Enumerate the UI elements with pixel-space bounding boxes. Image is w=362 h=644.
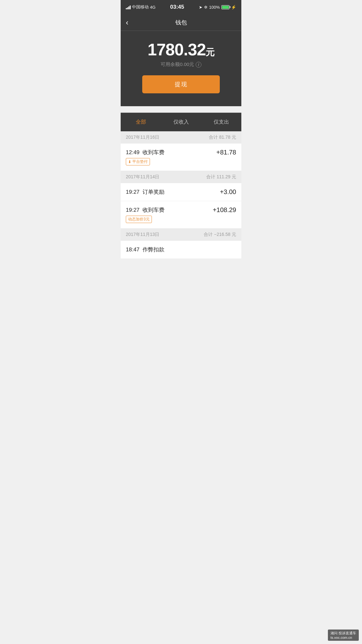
- date-total-1: 合计 81.78 元: [209, 135, 236, 140]
- transaction-title: 18:47 作弊扣款: [126, 246, 236, 253]
- transaction-list: 2017年11月16日 合计 81.78 元 12:49 收到车费 ⬇ 平台垫付…: [121, 131, 241, 259]
- balance-value: 1780.32: [148, 40, 206, 59]
- transaction-row: 12:49 收到车费 ⬇ 平台垫付 +81.78: [126, 149, 236, 165]
- battery-icon: [221, 5, 229, 9]
- transaction-row: 19:27 收到车费 动态加价3元 +108.29: [126, 206, 236, 223]
- transaction-left: 19:27 订单奖励: [126, 188, 220, 196]
- signal-icon: [126, 5, 131, 9]
- transaction-left: 18:47 作弊扣款: [126, 246, 236, 253]
- transaction-amount: +108.29: [213, 206, 236, 214]
- transaction-left: 12:49 收到车费 ⬇ 平台垫付: [126, 149, 216, 165]
- transaction-title: 12:49 收到车费: [126, 149, 216, 156]
- balance-unit: 元: [206, 47, 214, 57]
- wallet-header: 1780.32元 可用余额0.00元 i 提现: [121, 31, 241, 106]
- date-total-3: 合计 −216.58 元: [204, 232, 236, 238]
- transaction-item: 18:47 作弊扣款: [121, 241, 241, 259]
- tag-icon: ⬇: [128, 160, 131, 164]
- transaction-tag-dynamic: 动态加价3元: [126, 216, 152, 223]
- filter-tabs: 全部 仅收入 仅支出: [121, 113, 241, 131]
- back-button[interactable]: ‹: [126, 19, 128, 26]
- transaction-title: 19:27 收到车费: [126, 206, 213, 214]
- location-icon: ➤: [199, 5, 202, 10]
- date-label-2: 2017年11月14日: [126, 174, 159, 180]
- transaction-tag-prepay: ⬇ 平台垫付: [126, 158, 150, 165]
- transaction-amount: +81.78: [216, 149, 236, 156]
- transaction-row: 18:47 作弊扣款: [126, 246, 236, 253]
- tab-expense-only[interactable]: 仅支出: [201, 113, 241, 131]
- transaction-item: 12:49 收到车费 ⬇ 平台垫付 +81.78: [121, 144, 241, 171]
- transaction-left: 19:27 收到车费 动态加价3元: [126, 206, 213, 223]
- status-time: 03:45: [170, 4, 184, 10]
- transaction-amount: +3.00: [220, 188, 236, 196]
- transaction-row: 19:27 订单奖励 +3.00: [126, 188, 236, 196]
- help-icon[interactable]: i: [196, 62, 201, 68]
- date-label-1: 2017年11月16日: [126, 135, 159, 140]
- tab-all[interactable]: 全部: [121, 113, 161, 131]
- date-header-2: 2017年11月14日 合计 111.29 元: [121, 171, 241, 183]
- charging-icon: ⚡: [231, 5, 236, 10]
- date-header-3: 2017年11月13日 合计 −216.58 元: [121, 229, 241, 241]
- nav-bar: ‹ 钱包: [121, 14, 241, 31]
- bluetooth-icon: ✲: [204, 5, 208, 10]
- page-title: 钱包: [175, 19, 187, 26]
- available-label: 可用余额0.00元: [161, 61, 194, 68]
- transaction-item: 19:27 收到车费 动态加价3元 +108.29: [121, 201, 241, 229]
- status-right: ➤ ✲ 100% ⚡: [199, 5, 236, 10]
- status-bar: 中国移动 4G 03:45 ➤ ✲ 100% ⚡: [121, 0, 241, 14]
- withdraw-button[interactable]: 提现: [142, 75, 220, 93]
- transaction-title: 19:27 订单奖励: [126, 188, 220, 196]
- date-header-1: 2017年11月16日 合计 81.78 元: [121, 131, 241, 144]
- balance-display: 1780.32元: [127, 41, 235, 59]
- battery-percent: 100%: [209, 5, 220, 10]
- available-balance: 可用余额0.00元 i: [127, 61, 235, 68]
- status-left: 中国移动 4G: [126, 4, 155, 10]
- transaction-item: 19:27 订单奖励 +3.00: [121, 183, 241, 201]
- date-label-3: 2017年11月13日: [126, 232, 159, 238]
- tab-income-only[interactable]: 仅收入: [161, 113, 201, 131]
- network-label: 4G: [150, 5, 155, 10]
- date-total-2: 合计 111.29 元: [206, 174, 236, 180]
- carrier-label: 中国移动: [132, 4, 149, 10]
